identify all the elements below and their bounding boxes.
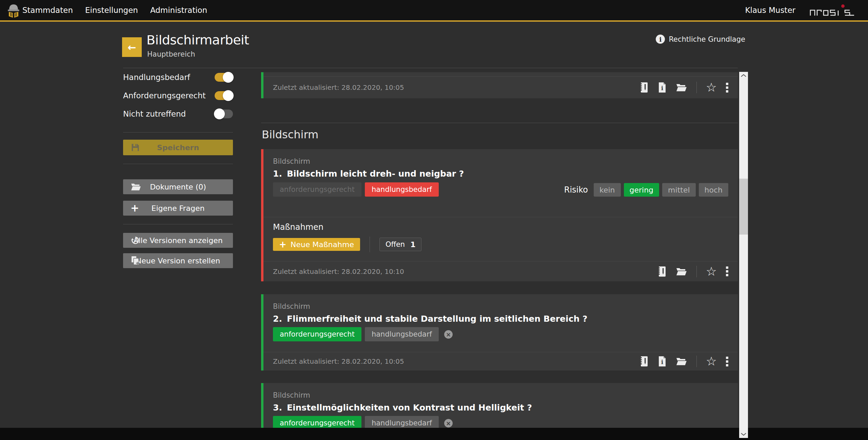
favorite-star-icon[interactable]: ☆ <box>706 81 717 94</box>
info-icon: i <box>656 35 665 44</box>
toggle-label: Anforderungsgerecht <box>123 91 206 100</box>
risk-option-kein[interactable]: kein <box>594 183 621 197</box>
legal-basis-label: Rechtliche Grundlage <box>669 35 745 43</box>
own-questions-button[interactable]: + Eigene Fragen <box>123 201 233 216</box>
save-button[interactable]: Speichern <box>123 140 233 155</box>
info-document-icon[interactable]: i <box>658 356 667 367</box>
documents-button[interactable]: Dokumente (0) <box>123 179 233 194</box>
risk-option-hoch[interactable]: hoch <box>699 183 728 197</box>
toggle-handlungsbedarf[interactable] <box>215 73 233 82</box>
handlungsbedarf-button[interactable]: handlungsbedarf <box>365 416 439 428</box>
new-measure-label: Neue Maßnahme <box>291 240 354 249</box>
new-measure-button[interactable]: + Neue Maßnahme <box>273 238 360 251</box>
copy-plus-icon <box>131 256 140 266</box>
toggle-label: Handlungsbedarf <box>123 73 190 82</box>
question-number: 3. <box>273 403 282 413</box>
documents-folder-icon[interactable] <box>676 82 687 93</box>
filter-row-nicht-zutreffend: Nicht zutreffend <box>123 108 233 119</box>
anforderungsgerecht-button[interactable]: anforderungsgerecht <box>273 182 361 197</box>
measures-row: + Neue Maßnahme Offen 1 <box>273 237 421 252</box>
section-divider <box>261 123 738 123</box>
question-card-1: Bildschirm 1. Bildschirm leicht dreh- un… <box>261 149 738 281</box>
question-category: Bildschirm <box>273 391 310 399</box>
question-category: Bildschirm <box>273 157 310 165</box>
open-measures-badge[interactable]: Offen 1 <box>379 238 422 251</box>
app-window: Stammdaten Einstellungen Administration … <box>0 0 868 440</box>
last-updated-text: Zuletzt aktualisiert: 28.02.2020, 10:05 <box>273 83 404 92</box>
scrollbar[interactable] <box>739 72 748 438</box>
answer-buttons: anforderungsgerecht handlungsbedarf × <box>273 327 453 341</box>
handlungsbedarf-button[interactable]: handlungsbedarf <box>365 182 439 197</box>
favorite-star-icon[interactable]: ☆ <box>706 265 717 278</box>
clear-answer-icon[interactable]: × <box>444 330 453 339</box>
card-footer: Zuletzt aktualisiert: 28.02.2020, 10:05 … <box>263 352 738 371</box>
save-button-label: Speichern <box>157 143 199 152</box>
legal-basis-link[interactable]: i Rechtliche Grundlage <box>656 35 745 44</box>
protocol-notebook-icon[interactable] <box>639 82 649 93</box>
show-all-versions-label: Alle Versionen anzeigen <box>133 236 222 245</box>
last-updated-text: Zuletzt aktualisiert: 28.02.2020, 10:05 <box>273 357 404 365</box>
scroll-up-arrow[interactable] <box>739 73 748 79</box>
toggle-anforderungsgerecht[interactable] <box>215 91 233 100</box>
risk-option-gering[interactable]: gering <box>624 183 659 197</box>
show-all-versions-button[interactable]: Alle Versionen anzeigen <box>123 233 233 248</box>
nav-stammdaten[interactable]: Stammdaten <box>22 6 73 15</box>
question-card-2: Bildschirm 2. Flimmerfreiheit und stabil… <box>261 294 738 371</box>
current-user[interactable]: Klaus Muster <box>745 0 795 20</box>
scrollbar-thumb[interactable] <box>739 179 748 235</box>
filter-row-handlungsbedarf: Handlungsbedarf <box>123 72 233 83</box>
card-inner-divider <box>263 217 738 217</box>
back-button[interactable]: ← <box>122 37 142 57</box>
documents-folder-icon[interactable] <box>676 266 687 277</box>
question-number: 2. <box>273 314 282 324</box>
more-menu-icon[interactable] <box>726 83 728 93</box>
scroll-down-arrow[interactable] <box>739 431 748 437</box>
card-footer-icons: i ☆ <box>639 81 728 94</box>
question-label: Flimmerfreiheit und stabile Darstellung … <box>287 314 588 324</box>
answer-buttons: anforderungsgerecht handlungsbedarf <box>273 182 439 197</box>
question-card-partial: Zuletzt aktualisiert: 28.02.2020, 10:05 … <box>261 72 738 98</box>
documents-folder-icon[interactable] <box>676 356 687 366</box>
last-updated-text: Zuletzt aktualisiert: 28.02.2020, 10:10 <box>273 267 404 276</box>
risk-label: Risiko <box>564 185 588 195</box>
header-divider <box>123 68 738 68</box>
info-document-icon[interactable]: i <box>658 82 667 93</box>
hardhat-logo-icon <box>5 1 22 20</box>
page-title: Bildschirmarbeit <box>146 33 249 47</box>
toggle-knob <box>214 108 225 119</box>
protocol-notebook-icon[interactable] <box>639 356 649 367</box>
plus-icon: + <box>279 240 287 249</box>
question-text: 3. Einstellmöglichkeiten von Kontrast un… <box>273 403 532 413</box>
filter-row-anforderungsgerecht: Anforderungsgerecht <box>123 90 233 101</box>
clear-answer-icon[interactable]: × <box>444 419 453 427</box>
question-label: Bildschirm leicht dreh- und neigbar ? <box>287 169 464 179</box>
answer-buttons: anforderungsgerecht handlungsbedarf × <box>273 416 453 428</box>
floppy-disk-icon <box>131 143 140 152</box>
new-version-button[interactable]: Neue Version erstellen <box>123 253 233 268</box>
section-title: Bildschirm <box>262 128 318 141</box>
svg-text:i: i <box>661 85 663 92</box>
sidebar-divider <box>123 164 233 164</box>
more-menu-icon[interactable] <box>726 357 728 366</box>
toggle-nicht-zutreffend[interactable] <box>215 109 233 118</box>
handlungsbedarf-button[interactable]: handlungsbedarf <box>365 327 439 341</box>
open-label: Offen <box>386 240 405 248</box>
new-version-label: Neue Version erstellen <box>136 257 220 265</box>
anforderungsgerecht-button[interactable]: anforderungsgerecht <box>273 327 361 341</box>
nav-einstellungen[interactable]: Einstellungen <box>85 6 138 15</box>
favorite-star-icon[interactable]: ☆ <box>706 355 717 367</box>
sidebar-divider <box>123 132 233 133</box>
measures-title: Maßnahmen <box>273 222 323 232</box>
sidebar-divider <box>123 224 233 224</box>
nav-administration[interactable]: Administration <box>150 6 207 15</box>
question-label: Einstellmöglichkeiten von Kontrast und H… <box>287 403 532 413</box>
anforderungsgerecht-button[interactable]: anforderungsgerecht <box>273 416 361 428</box>
plus-icon: + <box>131 203 139 213</box>
page-subtitle: Hauptbereich <box>147 50 195 58</box>
toggle-knob <box>223 90 234 101</box>
toggle-knob <box>223 72 234 83</box>
protocol-notebook-icon[interactable] <box>657 266 667 277</box>
risk-option-mittel[interactable]: mittel <box>662 183 695 197</box>
more-menu-icon[interactable] <box>726 266 728 276</box>
question-text: 1. Bildschirm leicht dreh- und neigbar ? <box>273 169 464 179</box>
